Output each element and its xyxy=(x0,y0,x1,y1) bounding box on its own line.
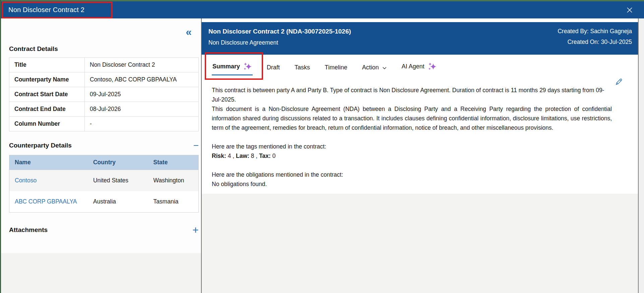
tag-value: 0 xyxy=(272,153,276,159)
tag-separator: , xyxy=(256,153,257,159)
attachments-header-row: Attachments + xyxy=(9,225,199,235)
table-row: ABC CORP GBPAALYA Australia Tasmania xyxy=(9,191,199,213)
tab-draft[interactable]: Draft xyxy=(266,64,280,75)
tab-summary[interactable]: Summary xyxy=(212,62,253,75)
window-title: Non Discloser Contract 2 xyxy=(8,6,84,14)
tag-separator: , xyxy=(233,153,234,159)
contract-header: Non Discloser Contract 2 (NDA-30072025-1… xyxy=(202,22,638,55)
counterparty-details-heading: Counterparty Details xyxy=(9,142,72,149)
sparkle-icon xyxy=(243,62,252,71)
obligations-text: No obligations found. xyxy=(212,179,612,189)
tags-line: Risk: 4 , Law: 8 , Tax: 0 xyxy=(212,151,612,161)
detail-label: Contract End Date xyxy=(9,102,85,117)
tab-summary-label: Summary xyxy=(212,63,240,70)
table-row: Title Non Discloser Contract 2 xyxy=(9,58,199,72)
contract-summary-panel: Non Discloser Contract 2 (NDA-30072025-1… xyxy=(202,18,639,293)
plus-icon: + xyxy=(192,224,199,236)
detail-value: 08-Jul-2026 xyxy=(85,102,199,117)
tab-action[interactable]: Action xyxy=(361,64,387,75)
close-button[interactable] xyxy=(624,4,635,16)
counterparty-link[interactable]: ABC CORP GBPAALYA xyxy=(15,198,77,205)
collapse-icon: « xyxy=(186,26,192,38)
tab-timeline[interactable]: Timeline xyxy=(324,64,348,75)
tab-bar: Summary Draft Tasks Timeline Action xyxy=(202,55,638,77)
table-row: Contoso United States Washington xyxy=(9,170,199,191)
detail-value: 09-Jul-2025 xyxy=(85,87,199,102)
obligations-intro: Here are the obligations mentioned in th… xyxy=(212,170,612,179)
counterparty-details-header-row: Counterparty Details − xyxy=(9,141,199,150)
contract-title: Non Discloser Contract 2 (NDA-30072025-1… xyxy=(208,28,351,36)
chevron-down-icon xyxy=(382,67,387,70)
collapse-panel-button[interactable]: « xyxy=(186,26,192,37)
table-row: Counterparty Name Contoso, ABC CORP GBPA… xyxy=(9,72,199,87)
counterparty-state: Washington xyxy=(148,170,199,191)
tab-action-label: Action xyxy=(362,64,379,71)
detail-label: Column Number xyxy=(9,117,85,131)
tag-label: Law: xyxy=(236,153,249,159)
attachments-heading: Attachments xyxy=(9,226,48,234)
summary-paragraph: This contract is between party A and Par… xyxy=(212,85,612,104)
counterparty-link[interactable]: Contoso xyxy=(15,177,37,184)
created-on: Created On: 30-Jul-2025 xyxy=(558,39,632,46)
summary-paragraph: This document is a Non-Disclosure Agreem… xyxy=(212,104,612,132)
contract-type: Non Disclosure Agreement xyxy=(208,39,351,46)
counterparty-header-row: Name Country State xyxy=(9,155,199,170)
table-row: Column Number - xyxy=(9,117,199,131)
contract-header-left: Non Discloser Contract 2 (NDA-30072025-1… xyxy=(208,28,351,55)
pencil-icon xyxy=(615,77,623,86)
tab-tasks-label: Tasks xyxy=(295,64,310,71)
tab-ai-agent[interactable]: AI Agent xyxy=(401,62,437,75)
table-row: Contract Start Date 09-Jul-2025 xyxy=(9,87,199,102)
counterparty-country: United States xyxy=(88,170,148,191)
add-attachment-button[interactable]: + xyxy=(192,225,199,235)
edit-summary-button[interactable] xyxy=(615,77,623,87)
detail-value: Non Discloser Contract 2 xyxy=(85,58,199,72)
counterparty-state: Tasmania xyxy=(148,191,199,213)
tag-value: 4 xyxy=(228,153,231,159)
close-icon xyxy=(626,6,633,14)
left-panel-footer-area xyxy=(1,253,201,293)
minus-icon: − xyxy=(193,140,199,151)
tab-timeline-label: Timeline xyxy=(325,64,347,71)
tag-label: Risk: xyxy=(212,153,226,159)
sparkle-icon xyxy=(428,62,437,71)
column-header-country: Country xyxy=(88,155,148,170)
detail-label: Title xyxy=(9,58,85,72)
column-header-name: Name xyxy=(9,155,88,170)
right-panel-footer-area xyxy=(202,194,638,293)
created-by: Created By: Sachin Gagneja xyxy=(558,28,632,35)
counterparty-table: Name Country State Contoso United States… xyxy=(9,155,199,213)
collapse-counterparty-button[interactable]: − xyxy=(193,141,199,150)
contract-details-heading: Contract Details xyxy=(9,45,201,53)
contract-details-table: Title Non Discloser Contract 2 Counterpa… xyxy=(9,57,199,131)
tag-value: 8 xyxy=(251,153,254,159)
counterparty-country: Australia xyxy=(88,191,148,213)
detail-value: - xyxy=(85,117,199,131)
titlebar: Non Discloser Contract 2 xyxy=(1,1,644,18)
detail-label: Counterparty Name xyxy=(9,72,85,87)
contract-details-panel: « Contract Details Title Non Discloser C… xyxy=(1,18,202,293)
tab-tasks[interactable]: Tasks xyxy=(294,64,311,75)
tab-ai-agent-label: AI Agent xyxy=(401,63,424,70)
table-row: Contract End Date 08-Jul-2026 xyxy=(9,102,199,117)
tag-label: Tax: xyxy=(259,153,271,159)
tags-intro: Here are the tags mentioned in the contr… xyxy=(212,142,612,151)
contract-header-right: Created By: Sachin Gagneja Created On: 3… xyxy=(558,28,632,55)
detail-label: Contract Start Date xyxy=(9,87,85,102)
tab-draft-label: Draft xyxy=(267,64,280,71)
contract-window: Non Discloser Contract 2 « Contract Deta… xyxy=(0,0,644,293)
column-header-state: State xyxy=(148,155,199,170)
detail-value: Contoso, ABC CORP GBPAALYA xyxy=(85,72,199,87)
summary-content: This contract is between party A and Par… xyxy=(202,77,638,189)
